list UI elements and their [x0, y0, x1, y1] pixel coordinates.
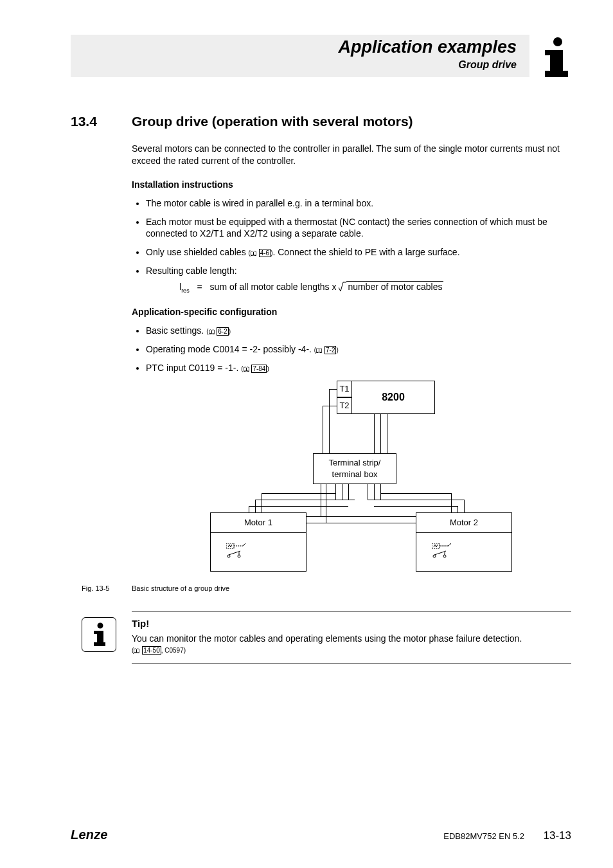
book-icon: 🕮: [209, 328, 215, 335]
thermostat-icon: [432, 543, 458, 562]
svg-rect-3: [545, 50, 554, 55]
tip-ref: (🕮 14-50, C0597): [132, 646, 571, 655]
page-ref[interactable]: 7-84: [251, 365, 267, 373]
tip-title: Tip!: [132, 618, 571, 629]
motor2-box: Motor 2: [416, 512, 512, 533]
book-icon: 🕮: [244, 365, 250, 372]
svg-point-18: [98, 623, 103, 629]
svg-point-4: [227, 555, 230, 557]
ref-prefix: (🕮: [249, 249, 259, 257]
svg-line-13: [434, 551, 446, 555]
figure-number: Fig. 13-5: [82, 584, 109, 592]
svg-rect-2: [545, 71, 568, 77]
book-icon: 🕮: [316, 347, 323, 354]
tip-block: Tip! You can monitor the motor cables an…: [132, 611, 571, 664]
svg-point-5: [238, 555, 240, 557]
appcfg-item-3: PTC input C0119 = -1-. (🕮 7-84): [146, 362, 571, 374]
section-number: 13.4: [71, 114, 97, 129]
appcfg-item-1: Basic settings. (🕮 6-2): [146, 325, 571, 337]
sqrt: number of motor cables: [339, 281, 443, 293]
install-item-3: Only use shielded cables (🕮 4-6). Connec…: [146, 246, 571, 258]
radicand: number of motor cables: [346, 281, 443, 292]
page-ref[interactable]: 4-6: [259, 249, 271, 257]
motor1-thermo-box: [210, 533, 306, 572]
install-item-4: Resulting cable length: lres = sum of al…: [146, 265, 571, 294]
t2-box: T2: [337, 397, 352, 414]
figure-caption: Basic structure of a group drive: [132, 584, 229, 592]
book-icon: 🕮: [251, 249, 257, 257]
body: Several motors can be connected to the c…: [132, 143, 571, 590]
book-icon: 🕮: [134, 647, 140, 654]
t1-box: T1: [337, 381, 352, 397]
install-item-2: Each motor must be equipped with a therm…: [146, 216, 571, 240]
controller-box: 8200: [351, 381, 435, 414]
svg-point-11: [433, 555, 436, 557]
appcfg-item-2: Operating mode C0014 = -2- possibly -4-.…: [146, 343, 571, 356]
motor1-box: Motor 1: [210, 512, 306, 533]
svg-rect-20: [94, 631, 99, 634]
page-ref[interactable]: 6-2: [217, 327, 228, 336]
section-title: Group drive (operation with several moto…: [132, 114, 413, 129]
formula-text: sum of all motor cable lengths x: [210, 282, 339, 292]
appcfg-heading: Application-specific configuration: [132, 306, 571, 318]
intro-paragraph: Several motors can be connected to the c…: [132, 143, 571, 167]
terminal-box: Terminal strip/ terminal box: [313, 453, 396, 484]
header-title: Application examples: [338, 37, 517, 57]
install-item-1: The motor cable is wired in parallel e.g…: [146, 197, 571, 210]
page: Application examples Group drive 13.4 Gr…: [0, 0, 613, 868]
thermostat-icon: [226, 543, 252, 562]
figure-diagram: 8200 T1 T2 Terminal strip/ terminal box: [172, 381, 531, 586]
svg-line-6: [229, 551, 240, 555]
svg-rect-21: [94, 642, 105, 646]
formula-eq: =: [197, 282, 202, 292]
tip-icon: [82, 617, 116, 652]
install-list: The motor cable is wired in parallel e.g…: [132, 197, 571, 294]
page-ref[interactable]: 7-2: [324, 346, 336, 354]
install-heading: Installation instructions: [132, 179, 571, 191]
footer-page: 13-13: [544, 829, 571, 842]
motor2-thermo-box: [416, 533, 512, 572]
footer-logo: Lenze: [71, 827, 108, 842]
tip-body: You can monitor the motor cables and ope…: [132, 633, 571, 645]
svg-point-0: [553, 37, 562, 46]
header-subtitle: Group drive: [458, 59, 517, 71]
info-icon: [536, 35, 571, 80]
formula: lres = sum of all motor cable lengths x …: [179, 281, 571, 294]
page-ref[interactable]: 14-50: [142, 646, 161, 655]
svg-point-12: [443, 555, 446, 557]
formula-lhs: lres: [179, 282, 190, 292]
install-item-3b: . Connect the shield to PE with a large …: [272, 247, 459, 257]
svg-line-10: [243, 543, 245, 546]
footer-doc: EDB82MV752 EN 5.2: [443, 831, 524, 841]
install-item-3a: Only use shielded cables: [146, 247, 249, 257]
svg-line-17: [449, 543, 451, 546]
appcfg-list: Basic settings. (🕮 6-2) Operating mode C…: [132, 325, 571, 374]
